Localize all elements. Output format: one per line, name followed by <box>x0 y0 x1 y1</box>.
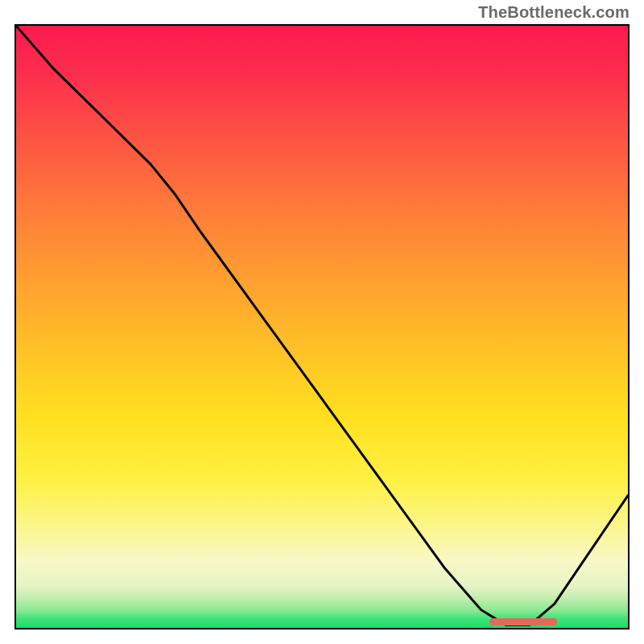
watermark-text: TheBottleneck.com <box>478 3 630 22</box>
chart-frame <box>14 24 630 630</box>
heatmap-gradient <box>16 26 628 628</box>
trough-marker <box>489 618 557 625</box>
